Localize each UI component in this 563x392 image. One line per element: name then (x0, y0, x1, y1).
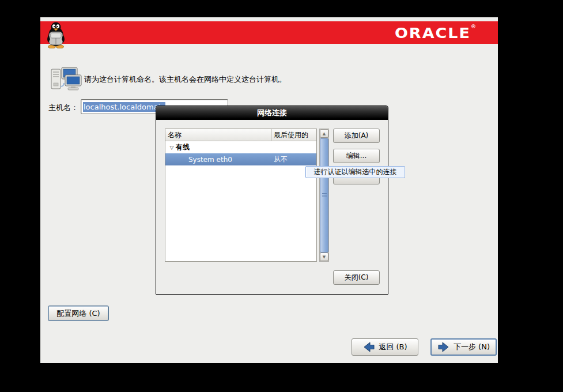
next-button-label: 下一步 (N) (454, 342, 490, 352)
registered-mark: ® (471, 24, 476, 30)
add-button[interactable]: 添加(A) (333, 129, 380, 143)
scroll-down-icon[interactable]: ▼ (320, 252, 328, 261)
group-row-wired[interactable]: ▽ 有线 (165, 141, 316, 153)
oracle-banner: ORACLE® (40, 21, 498, 44)
next-button[interactable]: 下一步 (N) (430, 338, 497, 356)
back-button-label: 返回 (B) (379, 342, 407, 352)
tux-penguin-icon (45, 22, 67, 48)
oracle-logo: ORACLE® (395, 24, 476, 42)
network-connections-dialog: 网络连接 名称 最后使用的 ▽ 有线 System eth0 从不 ▲ ▼ 添加… (156, 105, 388, 295)
scrollbar-thumb[interactable] (320, 138, 328, 252)
next-arrow-icon (437, 341, 450, 353)
group-label: 有线 (176, 142, 190, 152)
dialog-title: 网络连接 (257, 108, 287, 118)
expander-icon[interactable]: ▽ (168, 145, 176, 150)
oracle-logo-text: ORACLE (395, 25, 471, 42)
screen: ORACLE® (0, 0, 563, 392)
hostname-value: localhost.localdomain (83, 102, 165, 112)
network-computers-icon (51, 67, 82, 92)
list-row-system-eth0[interactable]: System eth0 从不 (165, 153, 316, 165)
close-button[interactable]: 关闭(C) (333, 270, 380, 285)
scroll-up-icon[interactable]: ▲ (320, 129, 328, 138)
dialog-titlebar[interactable]: 网络连接 (156, 106, 388, 120)
edit-button[interactable]: 编辑... (333, 149, 380, 163)
configure-network-button[interactable]: 配置网络 (C) (48, 306, 109, 321)
scrollbar[interactable]: ▲ ▼ (319, 129, 329, 262)
row-name: System eth0 (165, 156, 273, 164)
row-last-used: 从不 (273, 154, 316, 164)
connections-list: 名称 最后使用的 ▽ 有线 System eth0 从不 (165, 129, 317, 262)
column-header-last-used[interactable]: 最后使用的 (272, 129, 316, 141)
hostname-label: 主机名： (48, 103, 78, 113)
list-header: 名称 最后使用的 (165, 129, 316, 141)
back-button[interactable]: 返回 (B) (352, 338, 418, 356)
back-arrow-icon (362, 341, 375, 353)
instruction-text: 请为这台计算机命名。该主机名会在网络中定义这台计算机。 (84, 74, 286, 85)
edit-authentication-tooltip: 进行认证以编辑选中的连接 (305, 166, 405, 178)
column-header-name[interactable]: 名称 (165, 129, 272, 141)
scrollbar-grip (322, 193, 327, 198)
